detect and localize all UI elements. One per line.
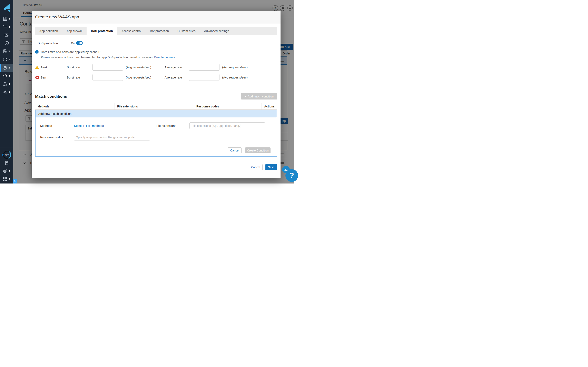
shield-check-icon [4,41,9,45]
dashboard-icon [3,17,7,21]
response-codes-input[interactable] [74,134,150,141]
sidebar-expand-button[interactable] [13,179,17,184]
match-conditions-heading: Match conditions [35,94,67,99]
chevron-right-icon [8,83,10,85]
sidebar-divider [0,147,13,147]
sidebar-item-radar[interactable] [0,31,13,39]
grid-icon [3,176,7,181]
burst-rate-label: Burst rate [67,76,93,79]
create-waas-app-modal: Create new WAAS app App definition App f… [32,11,281,178]
ban-label: Ban [41,76,67,79]
modal-footer: Cancel Save [35,161,277,170]
add-match-condition-button[interactable]: + Add match condition [241,93,277,100]
modal-title: Create new WAAS app [32,11,281,24]
scan-search-icon [4,33,9,37]
book-bookmark-icon [4,161,9,165]
column-methods: Methods [35,103,115,109]
panel-header: Add new match condition [35,110,277,117]
create-condition-button[interactable]: Create Condition [245,147,270,153]
average-rate-label: Average rate [164,66,189,69]
info-icon: i [35,50,39,54]
chevron-right-icon [14,180,16,182]
chevron-right-icon [8,91,10,93]
modal-save-button[interactable]: Save [265,164,277,170]
warning-triangle-icon [35,66,39,69]
ban-burst-rate-input[interactable] [93,74,123,81]
modal-cancel-button[interactable]: Cancel [249,164,263,170]
toggle-knob [79,42,82,44]
sidebar-item-runtime-security[interactable] [0,72,13,80]
chevron-right-icon [8,67,10,69]
credits-progress-ring[interactable]: 40% [2,150,12,160]
burst-rate-label: Burst rate [67,66,93,69]
sidebar-item-inventory[interactable] [0,23,13,31]
chevron-right-icon [8,58,10,61]
chevron-right-icon [8,17,10,20]
sidebar-item-dashboards[interactable] [0,15,13,23]
column-file-extensions: File extensions [115,103,194,109]
sidebar-item-profile[interactable] [0,169,13,173]
sidebar-item-network[interactable] [0,80,13,88]
column-actions: Actions [262,103,277,109]
methods-label: Methods [40,124,52,127]
ban-stop-icon [35,76,39,79]
alert-label: Alert [41,66,67,69]
chevron-right-icon [8,26,10,28]
tab-bot-protection[interactable]: Bot protection [146,27,173,35]
list-icon [3,25,7,29]
modal-tabbar: App definition App firewall DoS protecti… [35,27,277,35]
alert-burst-rate-input[interactable] [93,64,123,71]
condition-cancel-button[interactable]: Cancel [228,147,242,153]
chip-icon [3,66,7,70]
toggle-state-label: On [71,42,75,45]
chevron-right-icon [8,50,10,53]
add-match-condition-panel: Add new match condition Methods Select H… [35,110,277,157]
info-text-2: Prisma session cookies must be enabled f… [41,55,277,59]
column-response-codes: Response codes [194,103,262,109]
sidebar-item-docs[interactable] [0,161,13,165]
tab-custom-rules[interactable]: Custom rules [173,27,200,35]
response-codes-label: Response codes [40,135,63,139]
info-text-1: Rate limits and bans are applied by clie… [41,50,101,54]
sidebar-item-policies[interactable] [0,47,13,55]
unit-label: (Avg requests/sec) [222,66,248,69]
alert-rate-row: Alert Burst rate (Avg requests/sec) Aver… [35,64,277,71]
notification-dot [2,154,4,156]
enable-cookies-link[interactable]: Enable cookies [154,55,175,59]
unit-label: (Avg requests/sec) [222,76,248,79]
user-circle-icon [3,169,7,173]
dos-protection-label: DoS protection [38,42,71,45]
file-extensions-label: File extensions [156,124,176,127]
tab-app-definition[interactable]: App definition [35,27,62,35]
unit-label: (Avg requests/sec) [126,66,162,69]
sidebar-item-compliance-shield[interactable] [0,39,13,47]
tab-advanced-settings[interactable]: Advanced settings [200,27,233,35]
sidebar-item-apps-grid[interactable] [0,176,13,181]
file-extensions-input[interactable] [190,122,265,129]
dos-protection-toggle[interactable] [76,41,83,45]
alert-average-rate-input[interactable] [189,64,219,71]
code-icon [3,74,7,78]
chevron-right-icon [8,75,10,77]
average-rate-label: Average rate [164,76,189,79]
prisma-cloud-logo [3,3,11,12]
match-conditions-table-header: Methods File extensions Response codes A… [35,103,277,110]
sidebar-item-settings[interactable] [0,88,13,96]
ban-rate-row: Ban Burst rate (Avg requests/sec) Averag… [35,74,277,81]
progress-label: 40% [5,154,9,156]
alert-circle-icon [3,57,7,62]
sidebar-item-defend[interactable] [0,64,13,72]
sidebar-item-alerts[interactable] [0,55,13,64]
tab-dos-protection[interactable]: DoS protection [86,27,117,35]
tab-app-firewall[interactable]: App firewall [62,27,87,35]
hierarchy-icon [3,82,7,86]
gear-icon [3,90,7,94]
unit-label: (Avg requests/sec) [126,76,162,79]
chevron-right-icon [8,170,10,172]
document-check-icon [3,49,7,54]
ban-average-rate-input[interactable] [189,74,219,81]
chevron-right-icon [8,178,10,180]
tab-access-control[interactable]: Access control [117,27,146,35]
select-http-methods-link[interactable]: Select HTTP methods [74,124,104,127]
panel-divider [40,145,272,145]
